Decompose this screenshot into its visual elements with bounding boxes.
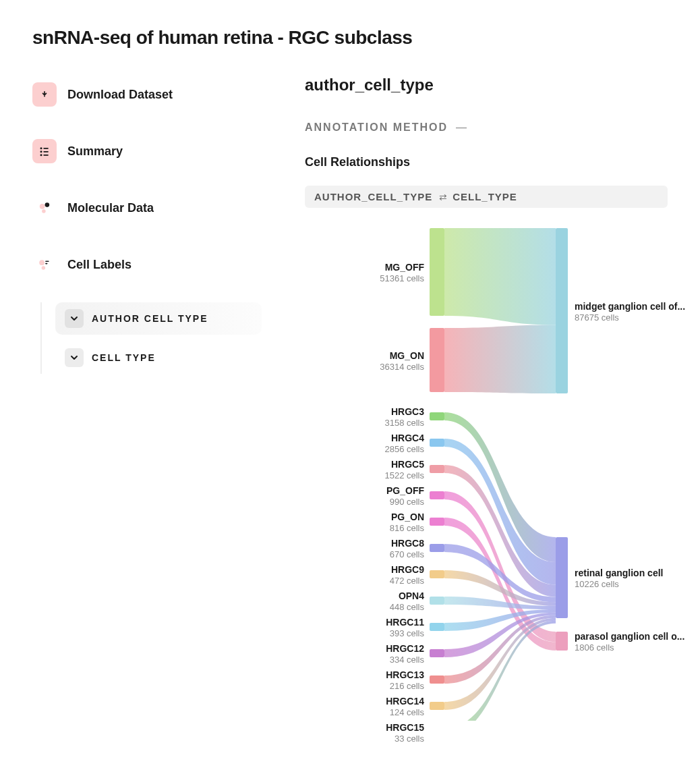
svg-point-7 bbox=[40, 204, 45, 209]
nav-download-dataset[interactable]: Download Dataset bbox=[32, 76, 262, 113]
nav-molecular-data[interactable]: Molecular Data bbox=[32, 189, 262, 227]
annotation-method-row: ANNOTATION METHOD — bbox=[305, 121, 668, 134]
swap-icon: ⇄ bbox=[439, 192, 446, 202]
svg-rect-44 bbox=[556, 228, 568, 393]
sidebar: Download Dataset Summary Molecular Data … bbox=[32, 76, 262, 721]
svg-point-3 bbox=[40, 150, 42, 153]
svg-rect-12 bbox=[45, 263, 47, 265]
chip-right: CELL_TYPE bbox=[453, 191, 517, 202]
annotation-method-label: ANNOTATION METHOD bbox=[305, 121, 448, 134]
nav-cell-labels-label: Cell Labels bbox=[67, 258, 132, 272]
relationship-chip-bar[interactable]: AUTHOR_CELL_TYPE ⇄ CELL_TYPE bbox=[305, 186, 668, 208]
subnav-cell-type[interactable]: CELL TYPE bbox=[55, 341, 262, 374]
svg-point-13 bbox=[42, 266, 46, 270]
subnav-celltype-label: CELL TYPE bbox=[92, 352, 156, 363]
svg-rect-4 bbox=[43, 151, 49, 153]
svg-rect-23 bbox=[442, 465, 444, 473]
download-icon bbox=[32, 82, 57, 107]
svg-point-10 bbox=[39, 260, 45, 265]
svg-rect-15 bbox=[442, 228, 444, 316]
sankey-right-node[interactable]: parasol ganglion cell o...1806 cells bbox=[575, 630, 689, 654]
svg-rect-6 bbox=[43, 155, 49, 156]
svg-rect-33 bbox=[442, 597, 444, 605]
sankey-left-node[interactable]: HRGC8670 cells bbox=[305, 537, 424, 561]
svg-rect-46 bbox=[556, 632, 568, 651]
svg-rect-11 bbox=[45, 260, 49, 262]
svg-rect-17 bbox=[442, 328, 444, 392]
chevron-down-icon bbox=[65, 348, 84, 367]
svg-rect-35 bbox=[442, 623, 444, 631]
sankey-left-node[interactable]: HRGC1533 cells bbox=[305, 721, 424, 745]
sankey-left-node[interactable]: PG_OFF990 cells bbox=[305, 485, 424, 508]
sankey-right-node[interactable]: midget ganglion cell of...87675 cells bbox=[575, 300, 689, 324]
chevron-down-icon bbox=[65, 309, 84, 328]
page-title: snRNA-seq of human retina - RGC subclass bbox=[32, 27, 668, 49]
cell-labels-icon bbox=[32, 252, 57, 277]
svg-point-0 bbox=[44, 96, 45, 97]
svg-rect-31 bbox=[442, 570, 444, 578]
sankey-left-node[interactable]: HRGC9472 cells bbox=[305, 563, 424, 587]
main-content: author_cell_type ANNOTATION METHOD — Cel… bbox=[305, 76, 668, 721]
nav-summary[interactable]: Summary bbox=[32, 132, 262, 170]
svg-rect-19 bbox=[442, 412, 444, 420]
sankey-left-node[interactable]: HRGC51522 cells bbox=[305, 458, 424, 482]
svg-rect-25 bbox=[442, 491, 444, 499]
svg-rect-39 bbox=[442, 676, 444, 684]
nav-download-label: Download Dataset bbox=[67, 88, 173, 102]
sankey-left-node[interactable]: HRGC33158 cells bbox=[305, 406, 424, 429]
sankey-right-node[interactable]: retinal ganglion cell10226 cells bbox=[575, 567, 689, 590]
sankey-chart: MG_OFF51361 cellsMG_ON36314 cellsHRGC331… bbox=[305, 221, 668, 721]
subnav: AUTHOR CELL TYPE CELL TYPE bbox=[40, 302, 262, 374]
section-title: author_cell_type bbox=[305, 76, 668, 94]
svg-rect-27 bbox=[442, 518, 444, 526]
sankey-left-node[interactable]: HRGC13216 cells bbox=[305, 669, 424, 692]
list-icon bbox=[32, 139, 57, 163]
svg-point-5 bbox=[40, 154, 42, 156]
svg-rect-29 bbox=[442, 544, 444, 552]
sankey-left-node[interactable]: PG_ON816 cells bbox=[305, 511, 424, 534]
svg-rect-45 bbox=[556, 537, 568, 618]
subnav-author-label: AUTHOR CELL TYPE bbox=[92, 313, 208, 324]
sankey-left-node[interactable]: HRGC42856 cells bbox=[305, 432, 424, 456]
nav-molecular-label: Molecular Data bbox=[67, 201, 154, 215]
svg-rect-41 bbox=[442, 702, 444, 710]
svg-rect-37 bbox=[442, 649, 444, 657]
relationships-title: Cell Relationships bbox=[305, 155, 668, 169]
nav-cell-labels[interactable]: Cell Labels bbox=[32, 246, 262, 283]
svg-point-9 bbox=[42, 209, 46, 213]
annotation-method-value: — bbox=[456, 121, 467, 134]
sankey-left-node[interactable]: OPN4448 cells bbox=[305, 590, 424, 613]
sankey-left-node[interactable]: HRGC12334 cells bbox=[305, 642, 424, 666]
svg-point-1 bbox=[40, 147, 42, 149]
molecular-icon bbox=[32, 196, 57, 220]
sankey-left-node[interactable]: MG_ON36314 cells bbox=[305, 350, 424, 373]
svg-point-8 bbox=[45, 202, 50, 207]
subnav-author-cell-type[interactable]: AUTHOR CELL TYPE bbox=[55, 302, 262, 335]
sankey-left-node[interactable]: HRGC14124 cells bbox=[305, 695, 424, 719]
sankey-left-node[interactable]: MG_OFF51361 cells bbox=[305, 261, 424, 285]
sankey-left-node[interactable]: HRGC11393 cells bbox=[305, 616, 424, 640]
svg-rect-21 bbox=[442, 439, 444, 447]
nav-summary-label: Summary bbox=[67, 144, 123, 159]
svg-rect-2 bbox=[43, 148, 49, 149]
chip-left: AUTHOR_CELL_TYPE bbox=[314, 191, 432, 202]
